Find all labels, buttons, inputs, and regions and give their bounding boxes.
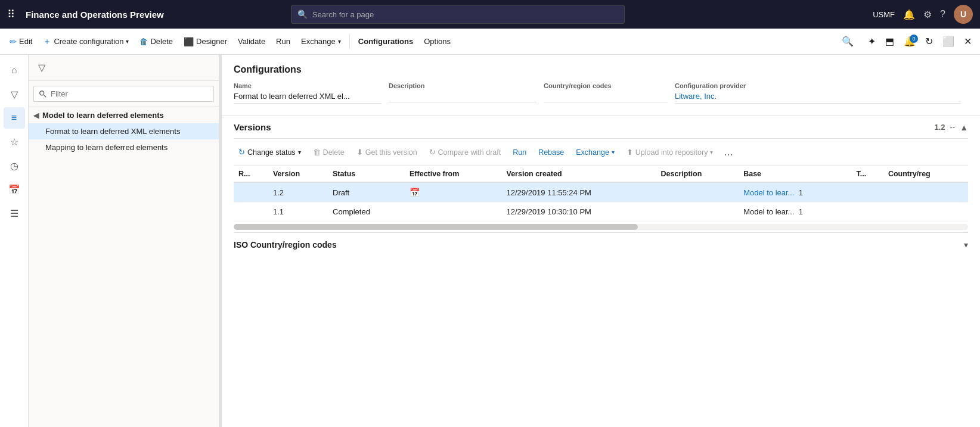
calendar-icon[interactable]: 📅 <box>4 179 25 200</box>
col-base[interactable]: Base <box>739 166 851 182</box>
row2-base: Model to lear... 1 <box>739 202 851 222</box>
row2-country <box>883 202 968 222</box>
config-section: Configurations Name Format to learn defe… <box>222 55 980 111</box>
col-version[interactable]: Version <box>268 166 328 182</box>
versions-collapse-icon[interactable]: ▲ <box>960 123 968 132</box>
horizontal-scrollbar[interactable] <box>234 224 968 230</box>
row2-effective <box>405 202 502 222</box>
clock-icon[interactable]: ◷ <box>4 155 25 176</box>
toolbar-separator <box>349 35 350 49</box>
designer-button[interactable]: ⬛ Designer <box>179 35 232 49</box>
scrollbar-thumb <box>234 224 638 230</box>
get-version-button[interactable]: ⬇ Get this version <box>352 145 422 159</box>
col-description[interactable]: Description <box>656 166 739 182</box>
table-row[interactable]: 1.2 Draft 📅 12/29/2019 11:55:24 PM Model… <box>234 182 968 202</box>
row1-effective[interactable]: 📅 <box>405 182 502 202</box>
delete-button[interactable]: 🗑 Delete <box>135 35 178 49</box>
open-new-tab-icon[interactable]: ⬒ <box>882 33 898 49</box>
config-country-field: Country/region codes <box>544 82 675 111</box>
iso-section[interactable]: ISO Country/region codes ▾ <box>234 232 968 257</box>
change-status-button[interactable]: ↻ Change status ▾ <box>234 145 306 159</box>
username-label: USMF <box>873 10 895 19</box>
row1-base-num: 1 <box>799 188 803 197</box>
vtb-run-button[interactable]: Run <box>508 146 531 159</box>
refresh-icon[interactable]: ↻ <box>922 33 936 49</box>
tree-child-item-0[interactable]: Format to learn deferred XML elements <box>29 123 219 139</box>
row1-created: 12/29/2019 11:55:24 PM <box>502 182 656 202</box>
configurations-button[interactable]: Configurations <box>353 35 418 48</box>
vtb-more-button[interactable]: ... <box>720 144 736 161</box>
search-input[interactable] <box>312 10 618 19</box>
notification-icon[interactable]: 🔔 <box>903 9 915 20</box>
close-button[interactable]: ✕ <box>960 33 975 49</box>
app-grid-icon[interactable]: ⠿ <box>7 8 15 21</box>
toolbar: ✏ Edit ＋ Create configuration ▾ 🗑 Delete… <box>0 29 980 55</box>
filter-icon[interactable]: ▽ <box>4 83 25 105</box>
col-created[interactable]: Version created <box>502 166 656 182</box>
menu-icon[interactable]: ≡ <box>4 107 25 129</box>
toolbar-search-icon[interactable]: 🔍 <box>837 33 858 49</box>
tree-filter <box>29 81 219 107</box>
edit-button[interactable]: ✏ Edit <box>5 35 37 49</box>
upload-icon: ⬆ <box>627 148 633 157</box>
exchange-label: Exchange <box>301 37 336 46</box>
settings-icon[interactable]: ⚙ <box>923 9 932 20</box>
run-button[interactable]: Run <box>271 35 295 48</box>
help-icon[interactable]: ? <box>940 9 945 20</box>
app-title: Finance and Operations Preview <box>26 10 164 20</box>
compare-draft-button[interactable]: ↻ Compare with draft <box>424 145 506 159</box>
validate-button[interactable]: Validate <box>233 35 270 48</box>
create-config-chevron: ▾ <box>126 38 129 45</box>
rebase-button[interactable]: Rebase <box>534 146 569 159</box>
row1-country <box>883 182 968 202</box>
rebase-label: Rebase <box>538 148 564 157</box>
tree-content: ◀ Model to learn deferred elements Forma… <box>29 107 219 427</box>
table-row[interactable]: 1.1 Completed 12/29/2019 10:30:10 PM Mod… <box>234 202 968 222</box>
col-status[interactable]: Status <box>328 166 405 182</box>
vtb-exchange-button[interactable]: Exchange ▾ <box>571 146 619 159</box>
versions-table-wrap[interactable]: R... Version Status Effective from Versi… <box>234 166 968 222</box>
row2-created: 12/29/2019 10:30:10 PM <box>502 202 656 222</box>
delete-label: Delete <box>150 37 173 46</box>
home-icon[interactable]: ⌂ <box>4 60 25 81</box>
get-version-label: Get this version <box>365 148 417 157</box>
restore-icon[interactable]: ⬜ <box>939 33 958 49</box>
row2-base-num: 1 <box>799 207 803 216</box>
tree-panel: ▽ ◀ Model to learn deferred elements For… <box>29 55 219 427</box>
config-name-label: Name <box>234 82 382 89</box>
config-country-value <box>544 92 668 102</box>
config-provider-value[interactable]: Litware, Inc. <box>675 92 961 104</box>
col-r: R... <box>234 166 268 182</box>
config-provider-label: Configuration provider <box>675 82 961 89</box>
star-icon[interactable]: ☆ <box>4 131 25 152</box>
calendar-picker-icon[interactable]: 📅 <box>410 188 420 197</box>
options-button[interactable]: Options <box>419 35 455 48</box>
change-status-label: Change status <box>247 148 296 157</box>
tree-filter-input[interactable] <box>33 86 214 102</box>
create-config-button[interactable]: ＋ Create configuration ▾ <box>38 34 134 49</box>
vtb-delete-button[interactable]: 🗑 Delete <box>308 145 349 159</box>
tree-child-item-1[interactable]: Mapping to learn deferred elements <box>29 139 219 155</box>
upload-button[interactable]: ⬆ Upload into repository ▾ <box>622 145 718 159</box>
versions-table-body: 1.2 Draft 📅 12/29/2019 11:55:24 PM Model… <box>234 182 968 222</box>
tree-filter-icon[interactable]: ▽ <box>33 58 50 77</box>
row2-status: Completed <box>328 202 405 222</box>
vtb-exchange-label: Exchange <box>576 148 609 157</box>
versions-title: Versions <box>234 122 934 132</box>
vtb-delete-label: Delete <box>323 148 345 157</box>
list-icon[interactable]: ☰ <box>4 202 25 224</box>
col-effective[interactable]: Effective from <box>405 166 502 182</box>
iso-expand-icon[interactable]: ▾ <box>964 240 968 250</box>
top-nav: ⠿ Finance and Operations Preview 🔍 USMF … <box>0 0 980 29</box>
edit-label: Edit <box>19 37 32 46</box>
exchange-button[interactable]: Exchange ▾ <box>296 35 346 48</box>
versions-table: R... Version Status Effective from Versi… <box>234 166 968 222</box>
row1-r <box>234 182 268 202</box>
row1-base-link[interactable]: Model to lear... <box>743 188 794 197</box>
row2-base-text: Model to lear... <box>743 207 794 216</box>
avatar[interactable]: U <box>954 5 973 24</box>
customize-icon[interactable]: ✦ <box>864 33 879 49</box>
search-bar[interactable]: 🔍 <box>291 5 625 24</box>
tree-parent-item[interactable]: ◀ Model to learn deferred elements <box>29 107 219 123</box>
notifications-badge[interactable]: 🔔 0 <box>900 33 919 49</box>
